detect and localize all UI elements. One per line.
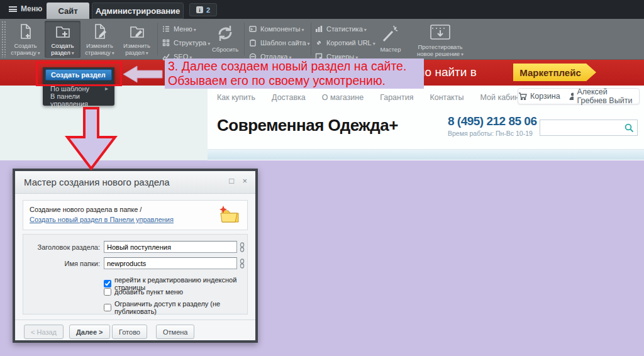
translit-link-icon[interactable] — [240, 259, 245, 269]
edit-page-button[interactable]: Изменитьстраницу — [82, 21, 118, 58]
dialog-title: Мастер создания нового раздела — [24, 177, 170, 187]
create-section-label: Создать — [51, 42, 74, 49]
annotation-line1: 3. Далее создаем новый раздел на сайте. — [168, 59, 421, 74]
reset-cache-label: Сбросить — [212, 46, 238, 53]
folder-pencil-icon — [119, 22, 155, 41]
tab-site[interactable]: Сайт — [47, 3, 89, 19]
console-icon — [249, 25, 257, 33]
notification-count: 2 — [206, 6, 210, 14]
user-link[interactable]: Алексей Гребнев Выйти — [569, 87, 639, 105]
control-panel-link[interactable]: Создать новый раздел в Панели управления — [30, 216, 174, 223]
edit-section-label: Изменить — [123, 42, 150, 49]
minimize-icon[interactable]: □ — [229, 176, 234, 186]
translit-link-icon[interactable] — [240, 242, 245, 252]
test-solution-button[interactable]: Протестироватьновое решение — [410, 21, 470, 58]
nav-about[interactable]: О магазине — [322, 93, 364, 102]
settings-wizard-button[interactable]: Мастер — [371, 21, 410, 58]
dialog-form: Заголовок раздела: Имя папки: перейти к … — [23, 234, 248, 314]
folder-name-label: Имя папки: — [23, 260, 100, 267]
annotation-line2: Обзываем его по своему усмотрению. — [168, 74, 421, 88]
site-phone: 8 (495) 212 85 06 — [448, 114, 537, 128]
nav-how-to-buy[interactable]: Как купить — [217, 93, 255, 102]
add-menu-checkbox[interactable] — [104, 288, 111, 296]
components-dropdown[interactable]: Компоненты — [249, 23, 310, 34]
dialog-info-box: Создание нового раздела в папке / Создат… — [23, 200, 248, 230]
reset-cache-button[interactable]: Сбросить — [208, 21, 243, 58]
site-template-dropdown[interactable]: Шаблон сайта — [249, 37, 310, 48]
stats-group: Статистика Короткий URL Стикеры — [315, 23, 375, 62]
dropdown-item-control-panel[interactable]: В панели управления — [45, 94, 112, 105]
edit-index-checkbox[interactable] — [104, 280, 111, 287]
next-button[interactable]: Далее > — [69, 325, 110, 339]
create-section-wizard-dialog: Мастер создания нового раздела □ × Созда… — [13, 169, 258, 343]
short-url-dropdown[interactable]: Короткий URL — [315, 37, 375, 48]
cart-link[interactable]: Корзина — [518, 92, 560, 101]
notifications-badge[interactable]: i 2 — [189, 3, 217, 16]
edit-page-label: Изменить — [86, 42, 113, 49]
highlight-rectangle — [36, 62, 122, 86]
cart-icon — [518, 92, 527, 100]
test-solution-label: Протестировать — [418, 43, 462, 50]
structure-group: Меню Структура SEO — [162, 23, 210, 62]
section-title-label: Заголовок раздела: — [23, 243, 100, 251]
ribbon-drag-handle[interactable] — [1, 21, 6, 57]
wizard-label: Мастер — [380, 46, 401, 53]
admin-topbar: Меню Сайт Администрирование i 2 — [0, 0, 644, 19]
down-arrow-annotation — [65, 107, 118, 170]
user-panel: Корзина Алексей Гребнев Выйти — [518, 88, 640, 104]
statistics-dropdown[interactable]: Статистика — [315, 23, 375, 34]
nav-delivery[interactable]: Доставка — [272, 93, 306, 102]
marketplace-button[interactable]: Маркетплейс — [513, 64, 596, 81]
main-menu-button[interactable]: Меню — [9, 4, 42, 13]
nav-contacts[interactable]: Контакты — [430, 93, 464, 102]
site-logo[interactable]: Современная Одежда+ — [217, 116, 398, 135]
site-hours: Время работы: Пн-Вс 10-19 — [448, 130, 533, 137]
refresh-icon — [208, 22, 243, 45]
folder-plus-icon — [45, 22, 80, 41]
form-row-folder: Имя папки: — [23, 257, 245, 269]
annotation-note: 3. Далее создаем новый раздел на сайте. … — [165, 58, 424, 89]
ribbon-separator — [157, 23, 158, 55]
site-menu-strip — [208, 149, 644, 160]
hamburger-icon — [9, 6, 17, 12]
form-row-title: Заголовок раздела: — [23, 241, 245, 253]
ribbon-separator — [244, 23, 245, 55]
restrict-access-checkbox[interactable] — [104, 304, 111, 311]
back-button[interactable]: < Назад — [24, 325, 64, 339]
ribbon-separator — [311, 23, 311, 55]
site-nav: Как купить Доставка О магазине Гарантия … — [217, 93, 526, 102]
site-search-box — [540, 120, 638, 136]
magic-wand-icon — [371, 22, 410, 45]
create-page-label: Создать — [14, 42, 36, 49]
components-group: Компоненты Шаблон сайта Отладка — [249, 23, 310, 62]
site-search-input[interactable] — [542, 121, 623, 135]
page-plus-icon — [8, 22, 43, 41]
finish-button[interactable]: Готово — [112, 325, 147, 339]
menu-dropdown[interactable]: Меню — [162, 23, 210, 34]
menu-list-icon — [162, 25, 170, 33]
create-page-button[interactable]: Создатьстраницу — [8, 21, 43, 58]
tab-administration[interactable]: Администрирование — [92, 3, 184, 19]
admin-ribbon: Создатьстраницу Создатьраздел Изменитьст… — [0, 19, 644, 60]
page-pencil-icon — [82, 22, 118, 41]
nav-warranty[interactable]: Гарантия — [380, 93, 413, 102]
cancel-button[interactable]: Отмена — [156, 325, 194, 339]
checkbox-row-restrict: Ограничить доступ к разделу (не публиков… — [104, 300, 247, 315]
window-download-icon — [410, 22, 470, 42]
close-icon[interactable]: × — [242, 176, 247, 186]
create-section-button[interactable]: Создатьраздел — [45, 21, 80, 58]
checkbox-row-add-menu: добавить пункт меню — [104, 288, 183, 296]
grid-icon — [162, 39, 170, 47]
new-folder-icon — [218, 205, 241, 224]
left-arrow-annotation — [122, 65, 164, 84]
section-title-input[interactable] — [104, 241, 237, 253]
dialog-header[interactable]: Мастер создания нового раздела □ × — [15, 171, 255, 194]
edit-section-button[interactable]: Изменитьраздел — [119, 21, 155, 58]
folder-name-input[interactable] — [104, 257, 237, 269]
structure-dropdown[interactable]: Структура — [162, 37, 210, 48]
site-preview: Как купить Доставка О магазине Гарантия … — [208, 86, 644, 160]
dialog-footer-separator — [15, 320, 255, 320]
search-icon[interactable] — [625, 123, 634, 133]
bar-chart-icon — [315, 25, 323, 33]
info-icon: i — [196, 6, 203, 13]
